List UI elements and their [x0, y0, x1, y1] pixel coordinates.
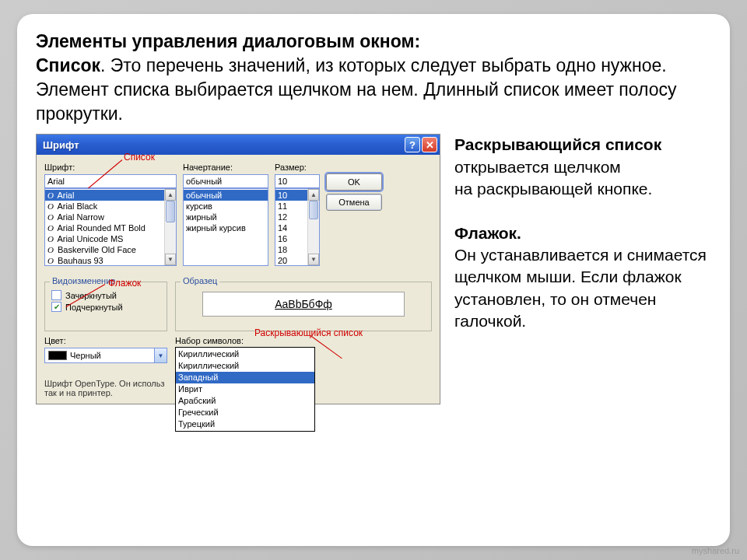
list-item[interactable]: Турецкий: [176, 418, 314, 430]
side-p1-rest: открывается щелчком: [454, 158, 621, 176]
side-p2-rest: Он устанавливается и снимается щелчком м…: [454, 246, 707, 330]
list-item[interactable]: жирный курсив: [184, 222, 268, 233]
watermark: myshared.ru: [692, 546, 739, 555]
modification-legend: Видоизменение: [50, 276, 117, 285]
scroll-thumb[interactable]: [309, 201, 318, 219]
color-swatch: [48, 351, 67, 360]
dialog-title: Шрифт: [43, 139, 79, 151]
underline-checkbox[interactable]: ✔: [51, 302, 61, 312]
modification-group: Видоизменение Зачеркнутый ✔ Подчеркнутый: [44, 282, 167, 331]
list-item[interactable]: обычный: [184, 190, 268, 201]
side-p1-bold: Раскрывающийся список: [454, 135, 661, 153]
strike-label: Зачеркнутый: [65, 291, 117, 300]
titlebar[interactable]: Шрифт ? ✕: [37, 135, 440, 155]
font-label: Шрифт:: [44, 163, 177, 172]
strike-checkbox[interactable]: [51, 290, 61, 300]
side-p2-bold: Флажок.: [454, 224, 521, 242]
list-item[interactable]: жирный: [184, 212, 268, 222]
font-input[interactable]: [44, 174, 177, 188]
color-combo[interactable]: Черный ▼: [44, 348, 167, 363]
scroll-down-icon[interactable]: ▼: [308, 254, 319, 265]
font-dialog: Шрифт ? ✕ Список Шрифт: O ArialO Arial B…: [36, 134, 440, 404]
help-button[interactable]: ?: [405, 137, 420, 152]
list-item[interactable]: O Bauhaus 93: [45, 255, 176, 266]
list-item[interactable]: Греческий: [176, 407, 314, 418]
list-item[interactable]: O Arial Black: [45, 201, 176, 212]
side-p1-line2: на раскрывающей кнопке.: [454, 180, 652, 198]
slide-card: Элементы управления диалоговым окном: Сп…: [17, 14, 730, 546]
intro-subheading: Список: [36, 55, 100, 75]
sample-group: Образец AaBbБбФф: [175, 282, 432, 331]
list-item[interactable]: курсив: [184, 201, 268, 212]
font-listbox[interactable]: O ArialO Arial BlackO Arial NarrowO Aria…: [44, 188, 177, 266]
list-item[interactable]: O Arial: [45, 190, 176, 201]
close-button[interactable]: ✕: [422, 137, 437, 152]
list-item[interactable]: O Baskerville Old Face: [45, 244, 176, 255]
sample-legend: Образец: [181, 276, 219, 285]
style-label: Начертание:: [183, 163, 268, 172]
scroll-thumb[interactable]: [166, 201, 175, 222]
style-listbox[interactable]: обычныйкурсивжирныйжирный курсив: [183, 188, 268, 266]
style-input[interactable]: [183, 174, 268, 188]
list-item[interactable]: Кириллический: [176, 348, 314, 360]
intro-text: Элементы управления диалоговым окном: Сп…: [36, 30, 711, 126]
sample-text: AaBbБбФф: [202, 292, 405, 317]
underline-label: Подчеркнутый: [65, 303, 123, 312]
chevron-down-icon[interactable]: ▼: [154, 348, 167, 362]
scroll-up-icon[interactable]: ▲: [165, 189, 176, 201]
intro-body: . Это перечень значений, из которых след…: [36, 55, 677, 124]
list-item[interactable]: Кириллический: [176, 360, 314, 372]
scroll-up-icon[interactable]: ▲: [308, 189, 319, 201]
list-item[interactable]: Иврит: [176, 383, 314, 395]
scroll-down-icon[interactable]: ▼: [165, 254, 176, 265]
cancel-button[interactable]: Отмена: [326, 194, 382, 211]
size-listbox[interactable]: 10111214161820 ▲ ▼: [275, 188, 320, 266]
scrollbar[interactable]: ▲ ▼: [164, 189, 176, 265]
list-item[interactable]: Западный: [176, 372, 314, 383]
list-item[interactable]: O Arial Rounded MT Bold: [45, 222, 176, 233]
list-item[interactable]: Арабский: [176, 395, 314, 407]
intro-heading: Элементы управления диалоговым окном:: [36, 31, 420, 51]
charset-dropdown[interactable]: КириллическийКириллическийЗападныйИвритА…: [175, 347, 315, 432]
charset-label: Набор символов:: [175, 336, 315, 345]
scrollbar[interactable]: ▲ ▼: [307, 189, 319, 265]
size-label: Размер:: [275, 163, 320, 172]
side-text: Раскрывающийся список открывается щелчко…: [454, 134, 711, 404]
color-label: Цвет:: [44, 336, 167, 345]
size-input[interactable]: [275, 174, 320, 188]
list-item[interactable]: O Arial Narrow: [45, 212, 176, 222]
list-item[interactable]: O Arial Unicode MS: [45, 233, 176, 244]
color-value: Черный: [70, 351, 154, 360]
ok-button[interactable]: OK: [326, 173, 382, 191]
